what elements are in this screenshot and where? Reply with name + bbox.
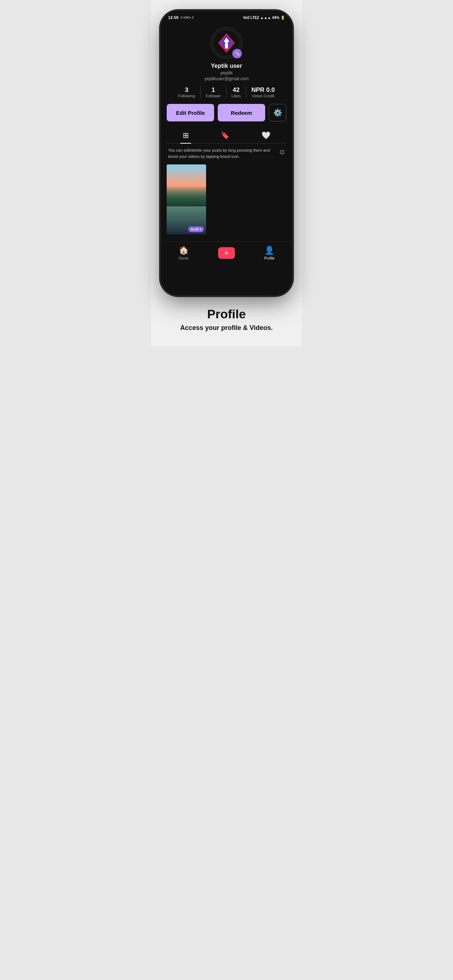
svg-rect-4 xyxy=(225,43,228,48)
profile-label: Profile xyxy=(264,256,274,260)
below-subtitle: Access your profile & Videos. xyxy=(180,324,273,332)
bookmark-icon: 🔖 xyxy=(221,131,230,139)
below-title: Profile xyxy=(180,307,273,321)
edit-profile-button[interactable]: Edit Profile xyxy=(167,104,214,121)
status-left: 12:59 0 KB/s 3 xyxy=(168,15,194,20)
email-display: yeptikuser@gmail.com xyxy=(204,76,249,81)
stats-row: 3 Following 1 Follower 42 Likes xyxy=(167,86,286,98)
bottom-nav: 🏠 Home + 👤 Profile xyxy=(161,242,292,267)
settings-button[interactable]: ⚙️ xyxy=(269,104,286,121)
battery-icon: 🔋 xyxy=(281,16,285,20)
following-label: Following xyxy=(179,94,195,98)
video-grid: Draft 3 xyxy=(167,164,286,234)
video-thumb-inner-1 xyxy=(167,164,206,234)
draft-badge: Draft 3 xyxy=(188,226,204,232)
nav-home[interactable]: 🏠 Home xyxy=(172,246,195,260)
profile-icon: 👤 xyxy=(265,246,274,255)
redeem-button[interactable]: Redeem xyxy=(218,104,265,121)
action-row: Edit Profile Redeem ⚙️ xyxy=(167,104,286,121)
info-banner: You can edit/delete your posts by long p… xyxy=(167,144,286,163)
grid-icon: ⊞ xyxy=(183,131,189,139)
views-credit-amount: NPR 0.0 xyxy=(251,86,274,94)
battery-display: 44% xyxy=(272,16,279,20)
follower-label: Follower xyxy=(206,94,221,98)
tab-bookmarks[interactable]: 🔖 xyxy=(210,127,241,143)
following-count: 3 xyxy=(185,86,188,94)
stat-likes[interactable]: 42 Likes xyxy=(226,86,246,98)
chevron-up-icon[interactable]: ⊙ xyxy=(279,148,285,156)
home-icon: 🏠 xyxy=(179,246,188,255)
edit-avatar-button[interactable]: ✏️ xyxy=(232,49,242,58)
tab-grid[interactable]: ⊞ xyxy=(172,127,200,143)
page-wrapper: 12:59 0 KB/s 3 Vo0 LTE2 ▲▲▲ 44% 🔋 xyxy=(151,0,302,346)
below-phone-text: Profile Access your profile & Videos. xyxy=(173,307,280,332)
stat-views-credit[interactable]: NPR 0.0 Views Credit xyxy=(246,86,280,98)
screen: 12:59 0 KB/s 3 Vo0 LTE2 ▲▲▲ 44% 🔋 xyxy=(161,11,292,267)
avatar-container: ✏️ xyxy=(211,27,242,59)
plus-icon: + xyxy=(224,248,229,258)
profile-content: ✏️ Yeptik user yeptik yeptikuser@gmail.c… xyxy=(161,21,292,242)
tab-icons-row: ⊞ 🔖 🤍 xyxy=(167,127,286,144)
phone-shell: 12:59 0 KB/s 3 Vo0 LTE2 ▲▲▲ 44% 🔋 xyxy=(161,11,292,295)
views-credit-label: Views Credit xyxy=(252,94,274,98)
info-banner-text: You can edit/delete your posts by long p… xyxy=(168,147,276,159)
status-bar: 12:59 0 KB/s 3 Vo0 LTE2 ▲▲▲ 44% 🔋 xyxy=(161,11,292,21)
follower-count: 1 xyxy=(212,86,215,94)
likes-label: Likes xyxy=(231,94,241,98)
status-right: Vo0 LTE2 ▲▲▲ 44% 🔋 xyxy=(243,16,285,20)
signal-info: 0 KB/s 3 xyxy=(180,16,194,19)
time-display: 12:59 xyxy=(168,15,179,20)
video-thumb-1[interactable]: Draft 3 xyxy=(167,164,206,234)
signal-bars-icon: ▲▲▲ xyxy=(260,16,271,20)
handle-display: yeptik xyxy=(220,70,233,75)
settings-gear-icon: ⚙️ xyxy=(273,108,282,117)
likes-count: 42 xyxy=(233,86,239,94)
username-display: Yeptik user xyxy=(211,63,242,69)
home-label: Home xyxy=(179,256,188,260)
carrier-display: Vo0 LTE2 xyxy=(243,16,259,20)
nav-profile[interactable]: 👤 Profile xyxy=(258,246,281,260)
stat-follower[interactable]: 1 Follower xyxy=(201,86,226,98)
tab-likes[interactable]: 🤍 xyxy=(250,127,282,143)
nav-add-button[interactable]: + xyxy=(218,247,235,259)
heart-icon: 🤍 xyxy=(262,131,271,139)
stat-following[interactable]: 3 Following xyxy=(173,86,200,98)
